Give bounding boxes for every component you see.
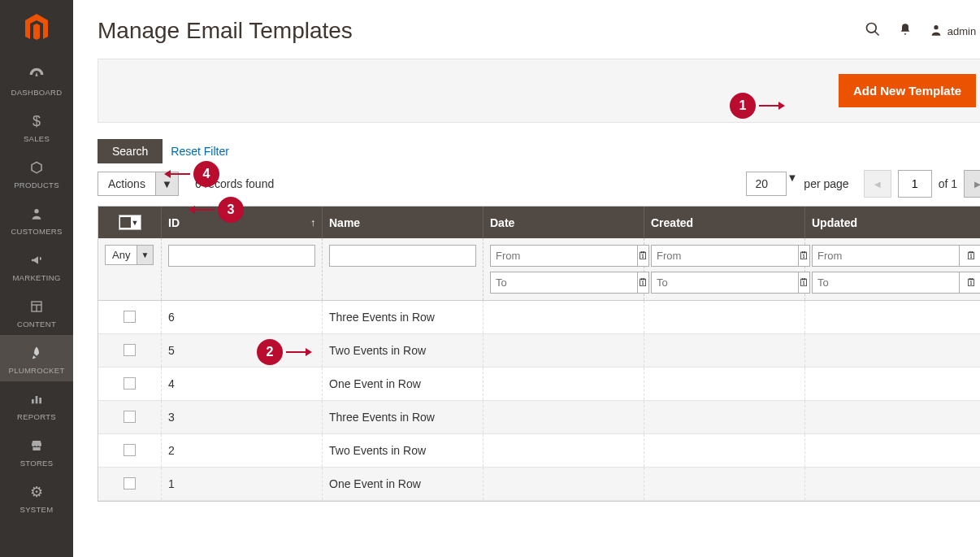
sidebar-item-system[interactable]: ⚙ SYSTEM — [0, 474, 73, 520]
table-row[interactable]: 5Two Events in Row — [98, 334, 980, 368]
box-icon — [27, 158, 46, 177]
row-name: Two Events in Row — [323, 334, 483, 367]
svg-point-7 — [866, 23, 876, 33]
filter-updated-to[interactable] — [812, 272, 959, 294]
row-created — [644, 401, 805, 433]
sidebar-item-label: REPORTS — [17, 412, 56, 421]
table-row[interactable]: 1One Event in Row — [98, 468, 980, 501]
sidebar-item-label: PRODUCTS — [14, 181, 59, 189]
row-checkbox[interactable] — [124, 477, 136, 490]
bell-icon[interactable] — [899, 22, 912, 41]
page-size-select[interactable]: 20 ▼ — [746, 172, 797, 196]
svg-rect-5 — [36, 396, 38, 403]
page-title: Manage Email Templates — [98, 18, 865, 44]
row-updated — [805, 434, 980, 467]
sidebar-item-plumrocket[interactable]: PLUMROCKET — [0, 335, 73, 381]
sidebar-item-stores[interactable]: STORES — [0, 428, 73, 474]
search-button[interactable]: Search — [98, 139, 163, 163]
svg-point-0 — [34, 209, 38, 213]
sidebar-item-customers[interactable]: CUSTOMERS — [0, 196, 73, 242]
sidebar-item-label: MARKETING — [12, 273, 60, 282]
storefront-icon — [27, 436, 46, 455]
filter-created-from[interactable] — [651, 245, 798, 267]
sidebar-item-label: DASHBOARD — [11, 88, 63, 97]
annotation-2: 2 — [257, 339, 310, 365]
row-updated — [805, 334, 980, 367]
table-row[interactable]: 3Three Events in Row — [98, 401, 980, 434]
calendar-icon[interactable]: 🗓 — [959, 272, 980, 294]
row-created — [644, 334, 805, 367]
filter-updated-from[interactable] — [812, 245, 959, 267]
filter-select-any[interactable]: Any ▼ — [105, 245, 154, 265]
svg-rect-4 — [32, 399, 34, 403]
row-created — [644, 301, 805, 333]
filter-id-input[interactable] — [168, 245, 315, 267]
sidebar-item-label: CUSTOMERS — [11, 227, 62, 236]
dashboard-icon — [27, 65, 46, 85]
page-header: Manage Email Templates admin ▼ — [73, 0, 980, 59]
row-checkbox[interactable] — [124, 411, 136, 423]
column-name[interactable]: Name — [323, 207, 483, 238]
sidebar-item-label: SALES — [24, 134, 50, 143]
rocket-icon — [27, 343, 46, 363]
reset-filter-link[interactable]: Reset Filter — [171, 145, 229, 158]
sidebar-item-sales[interactable]: $ SALES — [0, 103, 73, 150]
search-icon[interactable] — [865, 21, 881, 41]
user-menu[interactable]: admin ▼ — [930, 24, 980, 39]
next-page-button[interactable]: ► — [964, 170, 980, 198]
chevron-down-icon[interactable]: ▼ — [787, 172, 797, 196]
sidebar-item-products[interactable]: PRODUCTS — [0, 150, 73, 196]
column-updated[interactable]: Updated — [805, 207, 980, 238]
add-template-button[interactable]: Add New Template — [839, 74, 976, 107]
filter-date-from[interactable] — [490, 245, 637, 267]
column-date[interactable]: Date — [483, 207, 644, 238]
filter-created-to[interactable] — [651, 272, 798, 294]
user-icon — [930, 24, 943, 39]
row-name: Two Events in Row — [323, 434, 483, 467]
row-updated — [805, 301, 980, 333]
row-name: One Event in Row — [323, 368, 483, 400]
sidebar-item-marketing[interactable]: MARKETING — [0, 242, 73, 289]
row-checkbox[interactable] — [124, 444, 136, 456]
user-name: admin — [947, 25, 976, 37]
page-of-label: of 1 — [939, 177, 957, 190]
dollar-icon: $ — [27, 111, 46, 131]
row-id: 6 — [162, 301, 323, 333]
row-name: Three Events in Row — [323, 401, 483, 433]
table-row[interactable]: 6Three Events in Row — [98, 301, 980, 334]
row-id: 1 — [162, 468, 323, 500]
select-all-column[interactable]: ▼ — [98, 207, 162, 238]
row-checkbox[interactable] — [124, 344, 136, 356]
calendar-icon[interactable]: 🗓 — [959, 245, 980, 267]
filter-date-to[interactable] — [490, 272, 637, 294]
page-input[interactable] — [898, 170, 932, 198]
row-created — [644, 368, 805, 400]
row-date — [483, 334, 644, 367]
svg-rect-6 — [39, 398, 41, 403]
megaphone-icon — [27, 250, 46, 270]
row-checkbox[interactable] — [124, 377, 136, 389]
per-page-label: per page — [804, 177, 848, 190]
table-row[interactable]: 4One Event in Row — [98, 368, 980, 401]
sidebar: DASHBOARD $ SALES PRODUCTS CUSTOMERS MAR… — [0, 0, 73, 557]
table-row[interactable]: 2Two Events in Row — [98, 434, 980, 468]
select-all-checkbox[interactable]: ▼ — [119, 215, 141, 230]
row-date — [483, 401, 644, 433]
sidebar-item-dashboard[interactable]: DASHBOARD — [0, 57, 73, 103]
annotation-3: 3 — [190, 197, 244, 223]
prev-page-button[interactable]: ◄ — [864, 170, 891, 198]
actions-label: Actions — [98, 172, 156, 196]
chevron-down-icon[interactable]: ▼ — [137, 245, 154, 265]
row-updated — [805, 468, 980, 500]
filter-name-input[interactable] — [329, 245, 476, 267]
sidebar-item-content[interactable]: CONTENT — [0, 289, 73, 335]
magento-logo[interactable] — [0, 0, 73, 57]
annotation-4: 4 — [166, 161, 219, 187]
row-date — [483, 301, 644, 333]
row-id: 3 — [162, 401, 323, 433]
layout-icon — [27, 297, 46, 316]
sort-asc-icon: ↑ — [310, 217, 315, 228]
sidebar-item-reports[interactable]: REPORTS — [0, 381, 73, 428]
column-created[interactable]: Created — [644, 207, 805, 238]
row-checkbox[interactable] — [124, 311, 136, 323]
